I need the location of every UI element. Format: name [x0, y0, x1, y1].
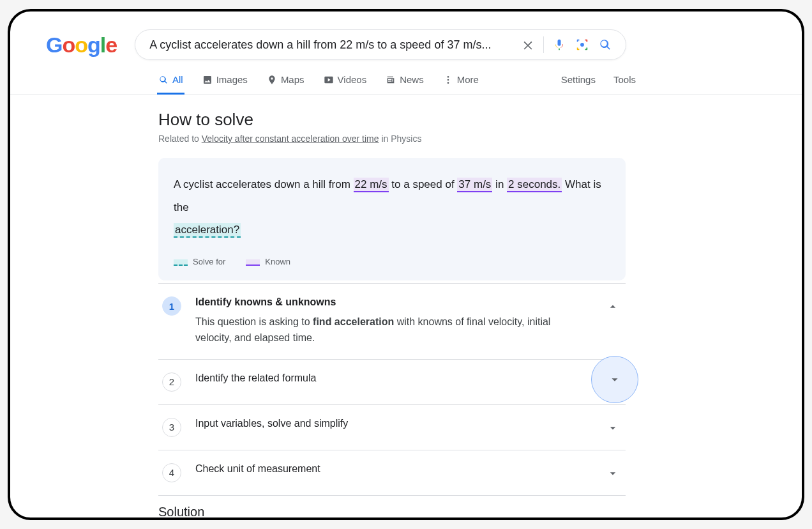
- step-2-number: 2: [162, 372, 181, 392]
- solution-heading: Solution: [158, 505, 636, 519]
- step-2-title: Identify the related formula: [195, 372, 622, 384]
- svg-point-2: [447, 79, 449, 80]
- search-query-text: A cyclist accelerates down a hill from 2…: [149, 38, 516, 52]
- known-value-1[interactable]: 22 m/s: [354, 178, 389, 192]
- step-3-title: Input variables, solve and simplify: [195, 418, 622, 429]
- chevron-down-icon[interactable]: [591, 356, 638, 403]
- device-frame: Google A cyclist accelerates down a hill…: [8, 9, 804, 520]
- step-3[interactable]: 3 Input variables, solve and simplify: [158, 405, 626, 450]
- tab-videos[interactable]: Videos: [324, 74, 367, 94]
- separator: [543, 36, 544, 53]
- legend: Solve for Known: [174, 253, 610, 270]
- tab-more[interactable]: More: [443, 74, 479, 94]
- legend-solve-label: Solve for: [193, 257, 225, 266]
- svg-point-1: [447, 76, 449, 78]
- tab-images-label: Images: [216, 74, 248, 85]
- tab-videos-label: Videos: [338, 74, 367, 85]
- problem-card: A cyclist accelerates down a hill from 2…: [158, 158, 626, 280]
- header-row: Google A cyclist accelerates down a hill…: [10, 12, 802, 60]
- legend-known-label: Known: [265, 257, 290, 266]
- lens-icon[interactable]: [571, 33, 594, 56]
- known-swatch: [246, 259, 260, 266]
- svg-point-3: [447, 82, 449, 84]
- related-topic-link[interactable]: Velocity after constant acceleration ove…: [202, 134, 379, 144]
- search-tabs: All Images Maps Videos News More Setting…: [10, 60, 802, 95]
- tab-images[interactable]: Images: [202, 74, 248, 94]
- solve-for-value[interactable]: acceleration?: [174, 223, 241, 238]
- chevron-down-icon[interactable]: [603, 463, 623, 484]
- steps-list: 1 Identify knowns & unknowns This questi…: [158, 283, 626, 496]
- step-2[interactable]: 2 Identify the related formula: [158, 360, 626, 404]
- step-4-number: 4: [162, 463, 181, 482]
- known-value-3[interactable]: 2 seconds.: [507, 178, 562, 192]
- solve-for-swatch: [174, 259, 188, 266]
- google-logo[interactable]: Google: [46, 33, 117, 57]
- step-4-title: Check unit of measurement: [195, 463, 622, 475]
- step-1-number: 1: [162, 296, 181, 316]
- chevron-up-icon[interactable]: [603, 296, 623, 317]
- svg-point-0: [580, 43, 584, 47]
- clear-icon[interactable]: [516, 33, 539, 56]
- tab-maps-label: Maps: [281, 74, 304, 85]
- search-box[interactable]: A cyclist accelerates down a hill from 2…: [135, 29, 626, 60]
- step-3-number: 3: [162, 418, 181, 437]
- step-4[interactable]: 4 Check unit of measurement: [158, 450, 626, 495]
- step-1[interactable]: 1 Identify knowns & unknowns This questi…: [158, 284, 626, 359]
- tools-link[interactable]: Tools: [613, 74, 636, 85]
- known-value-2[interactable]: 37 m/s: [457, 178, 492, 192]
- related-suffix: in Physics: [379, 134, 422, 144]
- tab-maps[interactable]: Maps: [267, 74, 304, 94]
- related-prefix: Related to: [158, 134, 202, 144]
- chevron-down-icon[interactable]: [603, 418, 623, 438]
- tab-all[interactable]: All: [158, 74, 183, 94]
- step-1-title: Identify knowns & unknowns: [195, 296, 622, 308]
- how-to-solve-title: How to solve: [158, 110, 636, 130]
- tab-news[interactable]: News: [386, 74, 424, 94]
- how-to-solve-subtitle: Related to Velocity after constant accel…: [158, 134, 636, 144]
- settings-link[interactable]: Settings: [561, 74, 596, 85]
- tab-news-label: News: [400, 74, 424, 85]
- step-1-detail: This question is asking to find accelera…: [195, 314, 553, 346]
- tab-all-label: All: [172, 74, 183, 85]
- tab-more-label: More: [457, 74, 479, 85]
- results-column: How to solve Related to Velocity after c…: [10, 95, 636, 519]
- problem-text: A cyclist accelerates down a hill from 2…: [174, 173, 610, 241]
- search-icon[interactable]: [594, 33, 617, 56]
- mic-icon[interactable]: [548, 33, 571, 56]
